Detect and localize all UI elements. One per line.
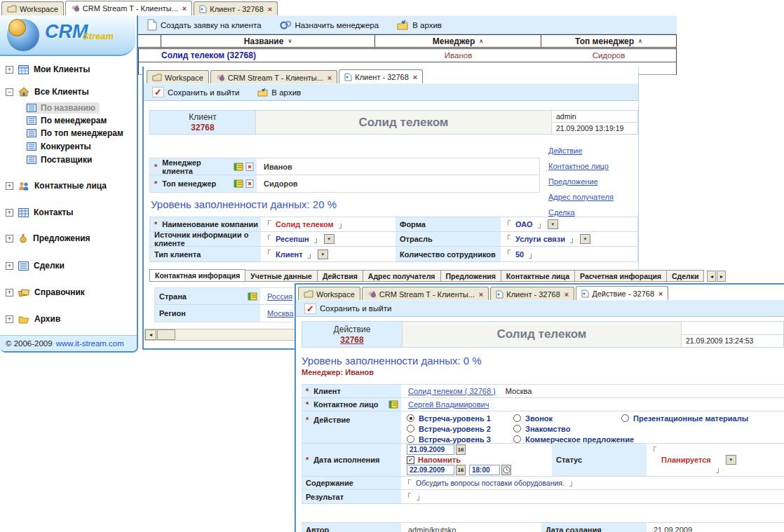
country-value[interactable]: Россия xyxy=(267,292,292,301)
tab-client-32768[interactable]: Клиент - 32768 × xyxy=(339,69,423,84)
tab-settlement-info[interactable]: Расчетная инфорация xyxy=(575,270,667,282)
link-contact-person[interactable]: Контактное лицо xyxy=(548,162,614,170)
sidebar-item-competitors[interactable]: Конкуренты xyxy=(25,141,95,152)
tab-contact-persons[interactable]: Контактные лица xyxy=(501,270,575,282)
radio-call[interactable]: Звонок xyxy=(513,413,634,423)
industry-value-cell[interactable]: Услуги связи ▼ xyxy=(501,232,637,246)
tab-contact-info[interactable]: Контактная инфорация xyxy=(149,269,245,282)
tab-clients-list[interactable]: CRM Stream T - Клиенты... × xyxy=(362,287,489,301)
radio-meeting-1[interactable]: Встреча-уровень 1 xyxy=(407,413,491,423)
expand-icon[interactable]: + xyxy=(6,66,13,74)
sidebar-item-directory[interactable]: + Справочник xyxy=(6,287,85,297)
tab-action-32768[interactable]: Действие - 32768 × xyxy=(576,286,668,301)
create-request-button[interactable]: Создать заявку на клиента xyxy=(147,19,262,31)
status-value-cell[interactable]: Планируется ▼ xyxy=(647,444,784,476)
sidebar-item-by-top-manager[interactable]: По топ менеджерам xyxy=(25,128,128,139)
client-type-value[interactable]: Клиент xyxy=(276,250,303,259)
close-icon[interactable]: × xyxy=(268,5,272,13)
column-manager[interactable]: Менеджер ∧ xyxy=(374,35,541,47)
save-exit-button[interactable]: ✓ Сохранить и выйти xyxy=(304,303,391,314)
scroll-left-icon[interactable]: ◄ xyxy=(707,271,716,282)
cell-client-name[interactable]: Солид телеком (32768) xyxy=(161,50,375,60)
sidebar-item-by-name[interactable]: По названию xyxy=(25,102,100,114)
company-value[interactable]: Солид телеком xyxy=(276,220,334,229)
radio-meeting-3[interactable]: Встреча-уровень 3 xyxy=(407,434,491,444)
date-input[interactable]: 21.09.2009 xyxy=(407,444,454,455)
sort-desc-icon[interactable]: ∨ xyxy=(288,38,292,44)
tab-workspace[interactable]: Workspace xyxy=(298,287,360,301)
employees-value[interactable]: 50 xyxy=(515,250,524,259)
expand-icon[interactable]: + xyxy=(6,262,13,270)
radio-presentation-materials[interactable]: Презентационные материалы xyxy=(621,413,748,423)
region-value[interactable]: Москва xyxy=(267,309,294,318)
remind-time-input[interactable]: 18:00 xyxy=(469,465,500,475)
dropdown-icon[interactable]: ▼ xyxy=(726,455,736,465)
scroll-right-icon[interactable]: ► xyxy=(717,271,726,282)
forma-value-cell[interactable]: ОАО ▼ xyxy=(501,217,637,231)
notebook-icon[interactable] xyxy=(234,163,243,171)
sidebar-item-all-clients[interactable]: − Все Клиенты xyxy=(6,87,89,97)
dropdown-icon[interactable]: ▼ xyxy=(324,234,334,244)
status-value[interactable]: Планируется xyxy=(661,456,711,464)
calendar-button[interactable]: 16 xyxy=(456,444,466,455)
sidebar-item-contacts[interactable]: + Контакты xyxy=(6,207,74,217)
calendar-button[interactable]: 16 xyxy=(456,465,466,475)
radio-meeting-2[interactable]: Встреча-уровень 2 xyxy=(407,423,491,434)
company-value-cell[interactable]: Солид телеком xyxy=(261,217,396,231)
manager-value[interactable]: Иванов xyxy=(257,158,539,175)
tab-clients-list[interactable]: CRM Stream T - Клиенты... × xyxy=(210,70,337,84)
content-value[interactable]: Обсудить вопросы поставки оборудования. xyxy=(416,479,565,487)
tab-workspace[interactable]: Workspace xyxy=(1,1,64,15)
close-icon[interactable]: × xyxy=(479,290,483,299)
tab-offers[interactable]: Предложения xyxy=(441,270,501,282)
tab-deals[interactable]: Сделки xyxy=(667,270,704,282)
client-type-value-cell[interactable]: Клиент ▼ xyxy=(261,247,396,261)
expand-icon[interactable]: + xyxy=(6,182,13,190)
notebook-icon[interactable] xyxy=(234,179,243,188)
collapse-icon[interactable]: − xyxy=(6,88,13,96)
top-manager-value[interactable]: Сидоров xyxy=(257,175,539,192)
source-value[interactable]: Ресепшн xyxy=(276,235,309,243)
radio-commercial-offer[interactable]: Коммерческое предложение xyxy=(513,434,634,444)
sort-asc-icon[interactable]: ∧ xyxy=(479,38,483,44)
scroll-left-icon[interactable]: ◄ xyxy=(145,329,156,340)
delete-doc-icon[interactable] xyxy=(245,179,254,188)
notebook-icon[interactable] xyxy=(248,292,260,301)
expand-icon[interactable]: + xyxy=(6,235,13,243)
archive-button[interactable]: В архив xyxy=(257,88,301,97)
expand-icon[interactable]: + xyxy=(6,209,13,217)
employees-value-cell[interactable]: 50 xyxy=(501,247,637,261)
sidebar-item-by-manager[interactable]: По менеджерам xyxy=(25,115,111,126)
archive-button[interactable]: В архив xyxy=(397,20,442,30)
tab-clients-list[interactable]: CRM Stream T - Клиенты... × xyxy=(65,1,192,15)
dropdown-icon[interactable]: ▼ xyxy=(548,219,558,229)
source-value-cell[interactable]: Ресепшн ▼ xyxy=(261,232,396,246)
sidebar-item-suppliers[interactable]: Поставщики xyxy=(25,154,96,165)
link-deal[interactable]: Сделка xyxy=(548,208,614,217)
link-recipient-address[interactable]: Адрес получателя xyxy=(548,193,614,201)
contact-person-link[interactable]: Сергей Владимирович xyxy=(408,400,489,409)
table-row[interactable]: Солид телеком (32768) Иванов Сидоров xyxy=(138,49,677,62)
dropdown-icon[interactable]: ▼ xyxy=(580,234,590,244)
link-offer[interactable]: Предложение xyxy=(548,177,614,186)
sidebar-item-deals[interactable]: + Сделки xyxy=(6,261,65,271)
sidebar-item-offers[interactable]: + Предложения xyxy=(6,233,90,243)
expand-icon[interactable]: + xyxy=(6,289,13,296)
result-value-cell[interactable] xyxy=(401,490,784,503)
column-top-manager[interactable]: Топ менеджер ∧ xyxy=(541,35,676,47)
close-icon[interactable]: × xyxy=(327,74,332,82)
notebook-icon[interactable] xyxy=(388,400,401,409)
sidebar-item-my-clients[interactable]: + Мои Клиенты xyxy=(6,64,90,74)
client-link[interactable]: Солид телеком ( 32768 ) xyxy=(408,387,496,395)
assign-manager-button[interactable]: Назначить менеджера xyxy=(280,20,379,30)
clock-button[interactable] xyxy=(501,465,511,475)
tab-client-32768[interactable]: Клиент - 32768 × xyxy=(194,1,278,15)
tab-actions[interactable]: Действия xyxy=(318,270,363,282)
it-stream-link[interactable]: www.it-stream.com xyxy=(56,339,124,348)
sidebar-item-contact-persons[interactable]: + Контактные лица xyxy=(6,181,107,191)
expand-icon[interactable]: + xyxy=(6,315,13,323)
industry-value[interactable]: Услуги связи xyxy=(515,235,565,243)
column-name[interactable]: Название ∨ xyxy=(161,35,374,47)
tab-recipient-address[interactable]: Адрес получателя xyxy=(363,270,441,282)
tab-client-32768[interactable]: Клиент - 32768 × xyxy=(490,287,574,301)
